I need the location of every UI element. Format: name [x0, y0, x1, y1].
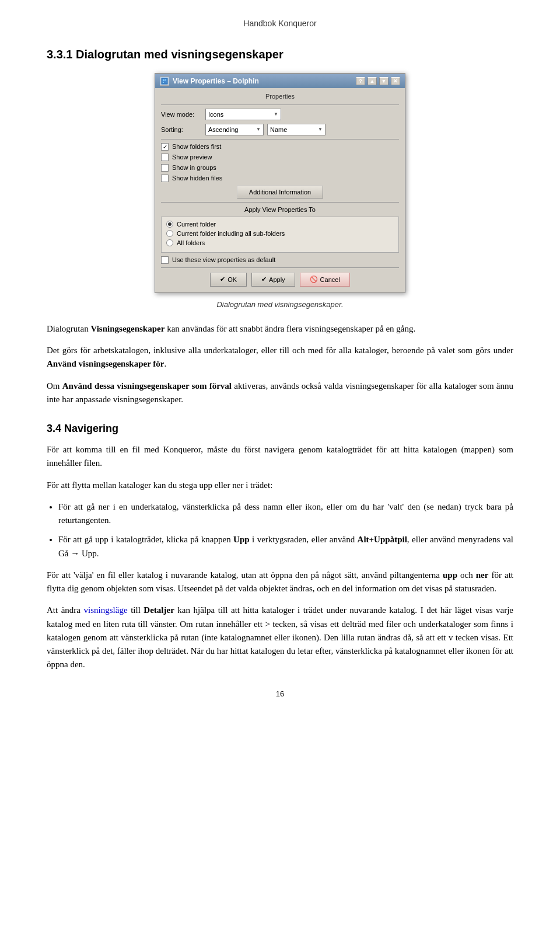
dialog-caption: Dialogrutan med visningsegenskaper. [47, 299, 513, 311]
page-header: Handbok Konqueror [47, 18, 513, 30]
paragraph-3: Om Använd dessa visningsegenskaper som f… [47, 379, 513, 407]
cancel-icon: 🚫 [310, 276, 318, 283]
dialog-body: Properties View mode: Icons ▼ Sorting: A… [155, 88, 405, 292]
all-folders-radio[interactable] [166, 239, 173, 246]
apply-section-label: Apply View Properties To [161, 206, 399, 213]
svg-rect-2 [165, 79, 166, 81]
checkbox-show-folders[interactable]: Show folders first [161, 143, 399, 151]
bullet2-alt: Alt+Uppåtpil [358, 535, 407, 544]
show-preview-checkbox[interactable] [161, 154, 169, 161]
current-folder-label: Current folder [177, 221, 216, 228]
apply-section: Current folder Current folder including … [161, 217, 399, 253]
additional-info-bar: Additional Information [161, 186, 399, 198]
apply-button[interactable]: ✔ Apply [251, 273, 295, 287]
section-label: Properties [161, 93, 399, 100]
bullet-list: För att gå ner i en underkatalog, vänste… [58, 500, 513, 560]
cancel-label: Cancel [320, 276, 340, 283]
sorting-label: Sorting: [161, 126, 202, 133]
section-title: 3.3.1 Dialogrutan med visningsegenskaper [47, 48, 513, 61]
maximize-button[interactable]: ▼ [379, 77, 388, 85]
show-groups-checkbox[interactable] [161, 164, 169, 172]
dialog-window: View Properties – Dolphin ? ▲ ▼ ✕ Proper… [155, 73, 405, 293]
dialog-titlebar: View Properties – Dolphin ? ▲ ▼ ✕ [155, 74, 405, 88]
paragraph-2: Det görs för arbetskatalogen, inklusive … [47, 344, 513, 371]
radio-current-folder[interactable]: Current folder [166, 221, 394, 228]
titlebar-left: View Properties – Dolphin [160, 76, 259, 86]
apply-label: Apply [269, 276, 285, 283]
p7-detaljer: Detaljer [144, 605, 174, 615]
paragraph-7: Att ändra visningsläge till Detaljer kan… [47, 604, 513, 671]
view-mode-combo[interactable]: Icons ▼ [205, 109, 281, 120]
help-button[interactable]: ? [356, 77, 365, 85]
p6-ner: ner [476, 570, 489, 580]
ok-button[interactable]: ✔ OK [210, 273, 247, 287]
sorting-value: Ascending [208, 126, 238, 133]
bullet-item-1: För att gå ner i en underkatalog, vänste… [58, 500, 513, 528]
p2-bold: Använd visningsegenskaper för [47, 359, 164, 368]
paragraph-5: För att flytta mellan kataloger kan du s… [47, 479, 513, 492]
p1-bold: Visningsegenskaper [90, 324, 164, 333]
bullet2-upp: Upp [233, 535, 250, 544]
p6-upp: upp [443, 570, 457, 580]
checkbox-show-hidden[interactable]: Show hidden files [161, 175, 399, 182]
ok-label: OK [228, 276, 237, 283]
cancel-button[interactable]: 🚫 Cancel [300, 273, 350, 287]
current-including-sub-radio[interactable] [166, 230, 173, 237]
dialog-title: View Properties – Dolphin [173, 77, 259, 85]
sorting-by-combo[interactable]: Name ▼ [267, 124, 326, 135]
bullet-item-2: För att gå upp i katalogträdet, klicka p… [58, 533, 513, 560]
use-default-label: Use these view properties as default [172, 256, 275, 263]
paragraph-1: Dialogrutan Visningsegenskaper kan använ… [47, 322, 513, 336]
show-hidden-checkbox[interactable] [161, 175, 169, 182]
dialog-app-icon [160, 76, 169, 86]
view-mode-label: View mode: [161, 111, 202, 118]
view-mode-value: Icons [208, 111, 223, 118]
checkbox-show-preview[interactable]: Show preview [161, 154, 399, 161]
paragraph-6: För att 'välja' en fil eller katalog i n… [47, 569, 513, 596]
show-folders-checkbox[interactable] [161, 143, 169, 151]
dialog-container: View Properties – Dolphin ? ▲ ▼ ✕ Proper… [47, 73, 513, 293]
apply-icon: ✔ [261, 276, 267, 283]
all-folders-label: All folders [177, 239, 205, 246]
current-folder-radio[interactable] [166, 221, 173, 228]
svg-rect-3 [163, 82, 164, 83]
visningslage-link[interactable]: visningsläge [84, 605, 128, 615]
view-mode-arrow: ▼ [274, 111, 278, 117]
sorting-order-combo[interactable]: Ascending ▼ [205, 124, 264, 135]
bottom-buttons: ✔ OK ✔ Apply 🚫 Cancel [161, 273, 399, 287]
close-button[interactable]: ✕ [391, 77, 400, 85]
svg-rect-1 [163, 79, 164, 81]
show-groups-label: Show in groups [172, 164, 216, 171]
checkbox-show-groups[interactable]: Show in groups [161, 164, 399, 172]
current-including-sub-label: Current folder including all sub-folders [177, 230, 285, 237]
view-mode-row: View mode: Icons ▼ [161, 109, 399, 120]
paragraph-4: För att komma till en fil med Konqueror,… [47, 443, 513, 471]
radio-all-folders[interactable]: All folders [166, 239, 394, 246]
titlebar-buttons: ? ▲ ▼ ✕ [356, 77, 400, 85]
p3-bold: Använd dessa visningsegenskaper som förv… [62, 381, 232, 391]
page-number: 16 [47, 689, 513, 698]
sorting-arrow: ▼ [256, 127, 261, 132]
sorting-by-arrow: ▼ [318, 127, 323, 132]
show-hidden-label: Show hidden files [172, 175, 222, 182]
sorting-row: Sorting: Ascending ▼ Name ▼ [161, 124, 399, 135]
ok-icon: ✔ [220, 276, 225, 283]
show-folders-label: Show folders first [172, 143, 221, 150]
minimize-button[interactable]: ▲ [368, 77, 377, 85]
show-preview-label: Show preview [172, 154, 212, 161]
use-default-row[interactable]: Use these view properties as default [161, 256, 399, 264]
radio-current-including-sub[interactable]: Current folder including all sub-folders [166, 230, 394, 237]
additional-info-button[interactable]: Additional Information [237, 186, 323, 198]
sorting-by: Name [270, 126, 287, 133]
section-nav-title: 3.4 Navigering [47, 423, 513, 435]
use-default-checkbox[interactable] [161, 256, 169, 264]
